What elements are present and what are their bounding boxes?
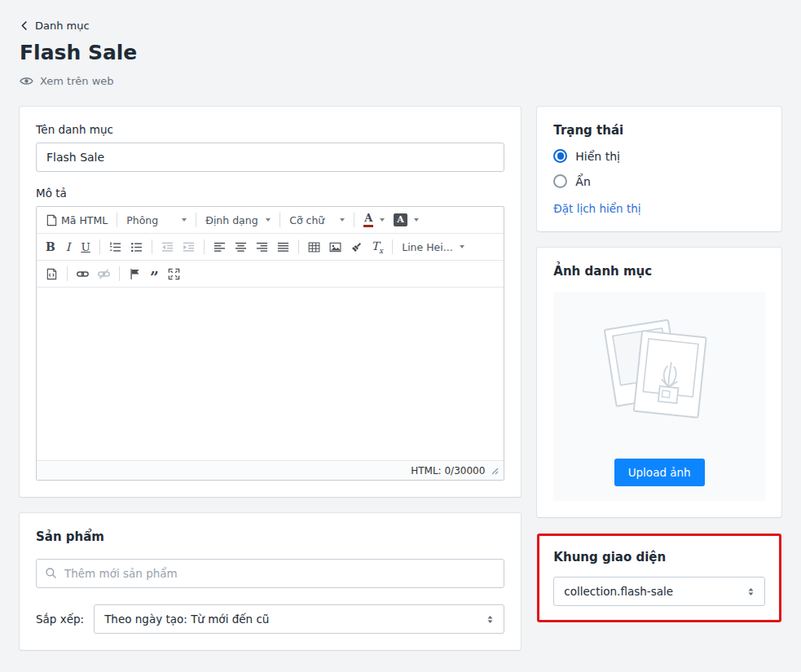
image-card-title: Ảnh danh mục [553, 264, 765, 279]
sort-label: Sắp xếp: [36, 613, 84, 626]
align-justify-button[interactable] [273, 236, 293, 257]
align-center-button[interactable] [231, 236, 251, 257]
status-card: Trạng thái Hiển thị Ẩn Đặt lịch hiển thị [537, 107, 781, 231]
remove-link-button[interactable] [94, 263, 114, 284]
insert-table-button[interactable] [304, 236, 324, 257]
text-color-button[interactable]: A [359, 209, 389, 231]
html-source-button[interactable]: Mã HTML [42, 209, 112, 231]
brush-icon [350, 241, 363, 253]
maximize-button[interactable] [164, 263, 184, 284]
align-left-button[interactable] [209, 236, 230, 257]
template-selected-value: collection.flash-sale [564, 585, 673, 598]
editor-toolbar-row-3: ” [37, 261, 504, 288]
outdent-button[interactable] [157, 236, 178, 257]
radio-unchecked-icon[interactable] [553, 174, 567, 188]
ordered-list-button[interactable] [105, 236, 125, 257]
view-on-web-label: Xem trên web [40, 75, 114, 87]
schedule-visibility-link[interactable]: Đặt lịch hiển thị [553, 202, 640, 215]
toolbar-separator [119, 266, 120, 281]
category-name-input[interactable] [36, 143, 504, 172]
underline-button[interactable]: U [77, 236, 94, 257]
blockquote-icon: ” [150, 266, 159, 281]
toolbar-separator [99, 239, 100, 254]
paragraph-format-dropdown[interactable]: Định dạng [201, 209, 275, 231]
line-height-label: Line Hei... [402, 241, 453, 253]
remove-format-icon: Tx [372, 239, 383, 255]
source-code-button[interactable] [42, 263, 62, 284]
editor-status-bar: HTML: 0/30000 [37, 460, 504, 480]
toolbar-separator [204, 239, 205, 254]
sort-select[interactable]: Theo ngày tạo: Từ mới đến cũ [94, 604, 504, 634]
ordered-list-icon [109, 241, 121, 253]
bold-button[interactable]: B [42, 236, 59, 257]
product-search-input[interactable] [36, 559, 504, 588]
collection-edit-page: Danh mục Flash Sale Xem trên web Tên dan… [0, 0, 801, 650]
visibility-option-hidden[interactable]: Ẩn [553, 174, 765, 188]
template-card-title: Khung giao diện [553, 550, 765, 564]
align-left-icon [213, 241, 226, 253]
bullet-list-button[interactable] [126, 236, 147, 257]
view-on-web-link[interactable]: Xem trên web [20, 75, 114, 87]
align-justify-icon [277, 241, 289, 253]
format-brush-button[interactable] [346, 236, 367, 257]
indent-icon [183, 241, 195, 253]
font-size-dropdown[interactable]: Cỡ chữ [285, 209, 349, 231]
font-size-label: Cỡ chữ [289, 214, 324, 226]
align-center-icon [235, 241, 247, 253]
background-color-icon: A [394, 213, 407, 226]
insert-link-button[interactable] [73, 263, 93, 284]
flag-icon [129, 268, 141, 280]
hidden-option-label: Ẩn [575, 175, 590, 188]
paragraph-format-label: Định dạng [205, 214, 257, 226]
insert-image-button[interactable] [325, 236, 345, 257]
editor-toolbar-row-2: B I U [37, 234, 504, 261]
background-color-button[interactable]: A [389, 209, 423, 231]
content-columns: Tên danh mục Mô tả Mã HTML Phông [20, 107, 781, 650]
link-icon [77, 268, 89, 280]
bold-icon: B [46, 240, 55, 253]
visible-option-label: Hiển thị [575, 150, 620, 163]
upload-image-button[interactable]: Upload ảnh [614, 459, 705, 486]
products-card: Sản phẩm Sắp xếp: Theo ngày tạo: Từ mới … [20, 513, 521, 650]
left-column: Tên danh mục Mô tả Mã HTML Phông [20, 107, 521, 650]
align-right-button[interactable] [252, 236, 272, 257]
template-select[interactable]: collection.flash-sale [553, 577, 765, 606]
back-link[interactable]: Danh mục [20, 20, 90, 32]
select-arrows-icon [745, 586, 757, 598]
status-card-title: Trạng thái [553, 123, 765, 138]
resize-grip-icon[interactable] [490, 466, 499, 475]
right-column: Trạng thái Hiển thị Ẩn Đặt lịch hiển thị… [537, 107, 781, 622]
photos-illustration [591, 292, 728, 459]
chevron-down-icon [340, 218, 345, 222]
font-family-label: Phông [126, 214, 158, 226]
text-color-icon: A [363, 213, 373, 227]
remove-format-button[interactable]: Tx [367, 236, 387, 257]
table-icon [308, 241, 320, 253]
back-label: Danh mục [35, 20, 90, 32]
toolbar-separator [196, 213, 196, 227]
toolbar-separator [152, 239, 152, 254]
align-right-icon [256, 241, 268, 253]
photos-plant-illustration-icon [591, 312, 728, 439]
toolbar-separator [354, 213, 354, 227]
anchor-flag-button[interactable] [125, 263, 145, 284]
blockquote-button[interactable]: ” [146, 263, 163, 284]
image-icon [329, 241, 341, 253]
line-height-dropdown[interactable]: Line Hei... [398, 236, 469, 257]
font-family-dropdown[interactable]: Phông [122, 209, 191, 231]
indent-button[interactable] [178, 236, 199, 257]
italic-button[interactable]: I [60, 236, 77, 257]
toolbar-separator [392, 239, 393, 254]
html-source-label: Mã HTML [61, 214, 108, 226]
code-file-icon [46, 214, 58, 226]
editor-content-area[interactable] [37, 288, 504, 460]
visibility-option-visible[interactable]: Hiển thị [553, 149, 765, 163]
radio-checked-icon[interactable] [553, 149, 567, 163]
image-dropzone[interactable]: Upload ảnh [553, 292, 765, 501]
toolbar-separator [298, 239, 299, 254]
chevron-down-icon [266, 218, 271, 222]
toolbar-separator [117, 213, 117, 227]
html-char-counter: HTML: 0/30000 [411, 465, 485, 477]
underline-icon: U [81, 240, 90, 253]
product-search [36, 559, 504, 588]
